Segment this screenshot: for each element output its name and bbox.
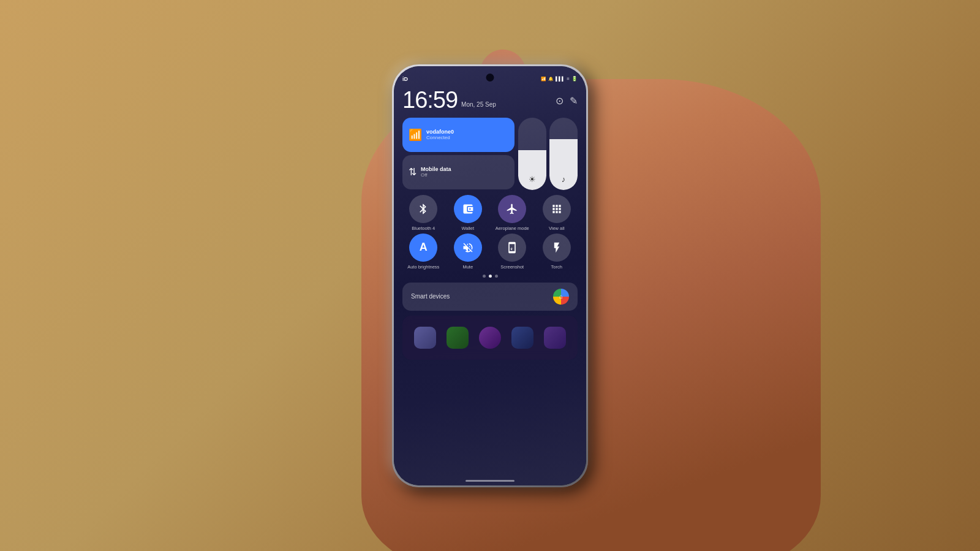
settings-icon[interactable]: ⊙ <box>556 95 564 107</box>
sim-icon: 📶 <box>541 77 546 82</box>
google-home-icon: ⌂ <box>559 293 563 300</box>
phone-outer: iD 📶 🔔 ▌▌▌ ⌗ 🔋 16:59 Mon, 25 Sep <box>392 64 588 487</box>
screenshot-action[interactable]: Screenshot <box>491 234 533 270</box>
smart-devices-bar[interactable]: Smart devices ⌂ <box>402 283 578 311</box>
dot-2-active[interactable] <box>489 275 492 278</box>
dot-1[interactable] <box>483 275 486 278</box>
torch-icon <box>551 241 563 254</box>
auto-brightness-letter: A <box>420 241 428 254</box>
top-section: 📶 vodafone0 Connected ⇅ Mobile data <box>402 118 578 190</box>
screenshot-icon <box>506 241 518 254</box>
mute-btn[interactable] <box>454 234 482 262</box>
torch-action[interactable]: Torch <box>536 234 578 270</box>
wallet-action[interactable]: Wallet <box>447 195 489 231</box>
wifi-status-icon: ⌗ <box>567 76 570 82</box>
aeroplane-action[interactable]: Aeroplane mode <box>491 195 533 231</box>
mobile-data-icon: ⇅ <box>409 166 417 178</box>
auto-brightness-btn[interactable]: A <box>409 234 437 262</box>
bluetooth-label: Bluetooth 4 <box>412 226 435 231</box>
wifi-name: vodafone0 <box>426 129 454 135</box>
torch-label: Torch <box>551 264 562 270</box>
mobile-data-info: Mobile data Off <box>421 166 451 178</box>
vol-icon: 🔔 <box>548 77 554 82</box>
battery-icon: 🔋 <box>571 76 578 82</box>
brightness-fill <box>518 150 546 190</box>
carrier-text: iD <box>402 76 408 82</box>
aeroplane-icon <box>506 203 518 215</box>
smart-home-icon[interactable]: ⌂ <box>553 289 569 305</box>
viewall-action[interactable]: View all <box>536 195 578 231</box>
aeroplane-btn[interactable] <box>498 195 526 223</box>
auto-brightness-action[interactable]: A Auto brightness <box>402 234 445 270</box>
app-dock <box>402 316 578 360</box>
volume-slider[interactable]: ♪ <box>549 118 578 190</box>
network-toggles: 📶 vodafone0 Connected ⇅ Mobile data <box>402 118 514 190</box>
signal-bars-icon: ▌▌▌ <box>556 77 565 81</box>
mobile-data-toggle[interactable]: ⇅ Mobile data Off <box>402 155 514 189</box>
edit-icon[interactable]: ✎ <box>570 95 578 107</box>
screenshot-btn[interactable] <box>498 234 526 262</box>
wifi-toggle[interactable]: 📶 vodafone0 Connected <box>402 118 514 152</box>
bluetooth-icon <box>417 203 429 215</box>
sliders-section: ☀ ♪ <box>518 118 578 190</box>
aeroplane-label: Aeroplane mode <box>496 226 529 231</box>
wifi-toggle-info: vodafone0 Connected <box>426 129 454 140</box>
quick-actions-row2: A Auto brightness Mute <box>402 234 578 270</box>
viewall-icon <box>551 203 563 215</box>
pagination-dots <box>402 275 578 278</box>
quick-actions-row1: Bluetooth 4 Wallet Aeropla <box>402 195 578 231</box>
viewall-label: View all <box>549 226 565 231</box>
time-date-group: 16:59 Mon, 25 Sep <box>402 88 496 112</box>
wallet-label: Wallet <box>461 226 474 231</box>
dock-app-2[interactable] <box>447 327 469 349</box>
time-display: 16:59 <box>402 88 458 112</box>
bluetooth-action[interactable]: Bluetooth 4 <box>402 195 445 231</box>
brightness-icon: ☀ <box>529 175 536 184</box>
mute-action[interactable]: Mute <box>447 234 489 270</box>
wifi-status: Connected <box>426 135 454 140</box>
home-bar[interactable] <box>466 480 514 482</box>
camera-notch <box>486 74 494 82</box>
mute-icon <box>462 241 474 254</box>
viewall-btn[interactable] <box>543 195 571 223</box>
status-icons: 📶 🔔 ▌▌▌ ⌗ 🔋 <box>541 76 578 82</box>
mobile-data-status: Off <box>421 172 451 178</box>
phone-wrapper: iD 📶 🔔 ▌▌▌ ⌗ 🔋 16:59 Mon, 25 Sep <box>392 64 588 487</box>
dock-app-3[interactable] <box>479 327 501 349</box>
header-action-icons: ⊙ ✎ <box>556 95 578 107</box>
brightness-slider[interactable]: ☀ <box>518 118 546 190</box>
dock-app-5[interactable] <box>544 327 566 349</box>
time-row: 16:59 Mon, 25 Sep ⊙ ✎ <box>402 88 578 112</box>
auto-brightness-label: Auto brightness <box>407 264 439 270</box>
screenshot-label: Screenshot <box>500 264 524 270</box>
smart-devices-label: Smart devices <box>411 293 450 300</box>
dock-app-1[interactable] <box>414 327 436 349</box>
date-display: Mon, 25 Sep <box>461 101 496 108</box>
volume-icon: ♪ <box>562 175 566 184</box>
phone-screen: iD 📶 🔔 ▌▌▌ ⌗ 🔋 16:59 Mon, 25 Sep <box>394 66 586 485</box>
wifi-toggle-icon: 📶 <box>409 128 422 142</box>
mute-label: Mute <box>462 264 473 270</box>
torch-btn[interactable] <box>543 234 571 262</box>
dock-app-4[interactable] <box>511 327 533 349</box>
bluetooth-btn[interactable] <box>409 195 437 223</box>
mobile-data-name: Mobile data <box>421 166 451 172</box>
wallet-btn[interactable] <box>454 195 482 223</box>
dot-3[interactable] <box>495 275 498 278</box>
wallet-icon <box>462 203 474 215</box>
